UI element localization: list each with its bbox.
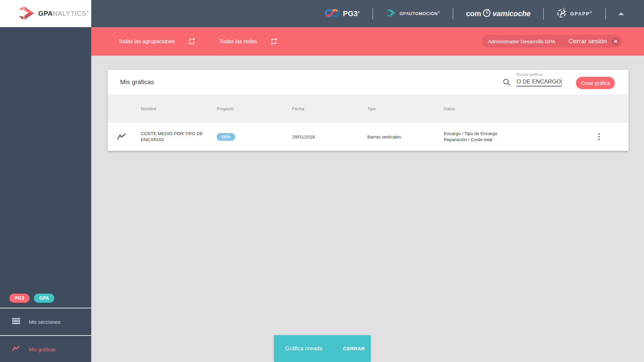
create-chart-button[interactable]: Crear gráfica: [576, 77, 615, 89]
logo-gpa-text: GPA: [38, 10, 53, 17]
table-row[interactable]: COSTE MEDIO POR TIPO DE ENCARGO GPA 29/0…: [108, 123, 629, 151]
menu-icon: [12, 318, 20, 325]
gpautomocion-arrow-icon: [386, 8, 396, 19]
logout-button[interactable]: Cerrar sesión: [569, 38, 607, 45]
topbar-separator: [453, 8, 453, 19]
column-header-datos: Datos: [444, 95, 455, 123]
groupings-filter: Todas las agrupaciones: [118, 27, 196, 56]
table-header-row: Nombre Proyecto Fecha Tipo Datos: [108, 95, 629, 123]
row-datos: Encargo / Tipo de EncargoReparación / Co…: [444, 131, 497, 143]
clock-icon: [482, 8, 491, 19]
app-logo-text: GPANALYTICS®: [38, 10, 89, 17]
compra-prefix: com: [466, 9, 481, 18]
gpautomocion-logo: GPΛUTOMOCIÓN®: [386, 8, 440, 19]
collapse-caret-icon[interactable]: [619, 12, 624, 15]
groupings-label: Todas las agrupaciones: [118, 39, 175, 45]
networks-filter: Todas las redes: [219, 27, 278, 56]
sidebar-badges: PG3 GPA: [9, 294, 54, 303]
sidebar-item-label: Mis gráficas: [29, 347, 56, 352]
pg3-logo: PG3®: [324, 7, 360, 20]
gpa-badge[interactable]: GPA: [34, 294, 54, 303]
pg3-infinity-icon: [324, 7, 340, 20]
search-icon[interactable]: [503, 78, 511, 88]
compra-suffix: vamicoche: [492, 9, 531, 18]
gpanalytics-logo-icon: [17, 5, 36, 22]
sidebar-item-mis-secciones[interactable]: Mis secciones: [0, 308, 91, 335]
app-logo: GPANALYTICS®: [0, 0, 91, 27]
gpapp-label: GPΛPP®: [570, 11, 593, 16]
row-nombre: COSTE MEDIO POR TIPO DE ENCARGO: [141, 131, 208, 142]
topbar-separator: [373, 8, 373, 19]
column-header-fecha: Fecha: [292, 95, 304, 123]
search-label: Buscar gráficas: [517, 72, 543, 76]
user-session-pill: Administrador Desarrollo GPA Cerrar sesi…: [482, 35, 623, 48]
snackbar: Gráfica creada CERRAR: [274, 335, 371, 362]
row-proyecto-badge: GPA: [217, 133, 235, 141]
topbar-separator: [605, 8, 606, 19]
user-name: Administrador Desarrollo GPA: [488, 39, 555, 44]
pg3-badge[interactable]: PG3: [9, 294, 30, 303]
search-input-value: O DE ENCARGO: [517, 78, 561, 85]
logout-x-icon[interactable]: [611, 37, 620, 45]
swap-groupings-icon[interactable]: [187, 37, 196, 46]
topbar-separator: [543, 8, 544, 19]
column-header-proyecto: Proyecto: [217, 95, 234, 123]
swap-networks-icon[interactable]: [270, 37, 278, 46]
column-header-tipo: Tipo: [367, 95, 376, 123]
column-header-nombre: Nombre: [141, 95, 208, 123]
page-title: Mis gráficas: [120, 70, 154, 95]
row-kebab-menu-icon[interactable]: [598, 123, 600, 151]
topbar: PG3® GPΛUTOMOCIÓN® com: [91, 0, 644, 27]
snackbar-message: Gráfica creada: [285, 345, 323, 352]
pg3-label: PG3®: [343, 9, 360, 18]
search-input[interactable]: O DE ENCARGO: [517, 78, 561, 86]
mis-graficas-card: Mis gráficas Buscar gráficas O DE ENCARG…: [108, 70, 629, 151]
row-tipo: Barras verticales: [367, 123, 401, 151]
gpautomocion-label: GPΛUTOMOCIÓN®: [399, 11, 440, 16]
sidebar: GPANALYTICS® PG3 GPA Mis secciones Mis g…: [0, 0, 91, 362]
filter-bar: Todas las agrupaciones Todas las redes A…: [91, 27, 644, 56]
gpapp-wrench-icon: [556, 8, 567, 20]
row-fecha: 29/01/2018: [292, 123, 315, 151]
logo-reg-mark: ®: [87, 10, 89, 14]
sidebar-item-label: Mis secciones: [29, 319, 60, 325]
chart-line-icon: [117, 123, 126, 151]
sidebar-item-mis-graficas[interactable]: Mis gráficas: [0, 336, 91, 362]
snackbar-close-button[interactable]: CERRAR: [343, 346, 365, 351]
chart-line-icon: [12, 346, 20, 353]
networks-label: Todas las redes: [219, 39, 257, 45]
compravamicoche-logo: com vamicoche: [466, 8, 531, 19]
gpapp-logo: GPΛPP®: [556, 8, 593, 20]
text-cursor: [561, 78, 561, 85]
logo-nalytics-text: NALYTICS: [53, 10, 86, 17]
